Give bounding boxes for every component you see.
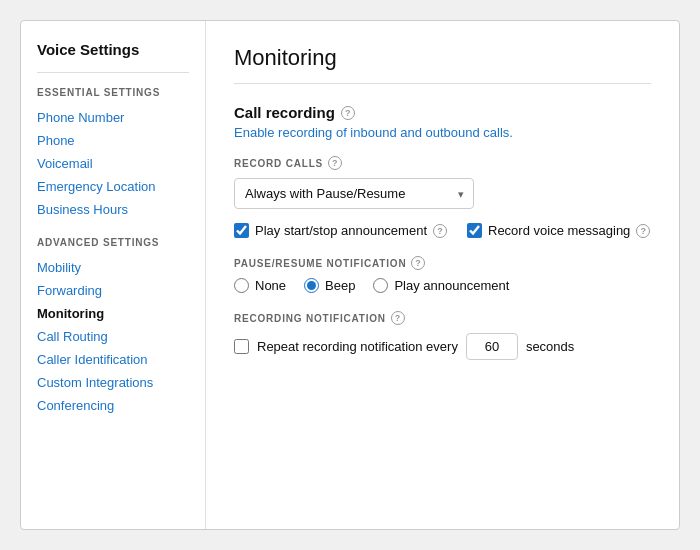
record-calls-select-wrapper: Always with Pause/Resume Always On Deman… xyxy=(234,178,474,209)
beep-label: Beep xyxy=(325,278,355,293)
record-voice-checkbox-item[interactable]: Record voice messaging ? xyxy=(467,223,650,238)
seconds-label: seconds xyxy=(526,339,574,354)
play-announcement-checkbox-item[interactable]: Play start/stop announcement ? xyxy=(234,223,447,238)
radio-row: None Beep Play announcement xyxy=(234,278,651,293)
none-radio-item[interactable]: None xyxy=(234,278,286,293)
play-announcement-checkbox[interactable] xyxy=(234,223,249,238)
record-voice-help-icon[interactable]: ? xyxy=(636,224,650,238)
none-label: None xyxy=(255,278,286,293)
main-content: Monitoring Call recording ? Enable recor… xyxy=(206,21,679,529)
play-announcement-label: Play start/stop announcement xyxy=(255,223,427,238)
play-announcement-radio-label: Play announcement xyxy=(394,278,509,293)
record-voice-label: Record voice messaging xyxy=(488,223,630,238)
call-recording-help-icon[interactable]: ? xyxy=(341,106,355,120)
call-recording-subtitle: Enable recording of inbound and outbound… xyxy=(234,125,651,140)
pause-resume-help-icon[interactable]: ? xyxy=(411,256,425,270)
repeat-notification-checkbox[interactable] xyxy=(234,339,249,354)
none-radio[interactable] xyxy=(234,278,249,293)
sidebar-title: Voice Settings xyxy=(37,41,189,58)
advanced-settings-group: Advanced Settings Mobility Forwarding Mo… xyxy=(37,237,189,417)
sidebar-item-voicemail[interactable]: Voicemail xyxy=(37,152,189,175)
sidebar-item-phone[interactable]: Phone xyxy=(37,129,189,152)
sidebar-item-call-routing[interactable]: Call Routing xyxy=(37,325,189,348)
record-calls-help-icon[interactable]: ? xyxy=(328,156,342,170)
recording-notification-row: Repeat recording notification every seco… xyxy=(234,333,651,360)
sidebar-item-business-hours[interactable]: Business Hours xyxy=(37,198,189,221)
checkbox-row: Play start/stop announcement ? Record vo… xyxy=(234,223,651,238)
recording-notification-help-icon[interactable]: ? xyxy=(391,311,405,325)
advanced-settings-label: Advanced Settings xyxy=(37,237,189,248)
app-window: Voice Settings Essential Settings Phone … xyxy=(20,20,680,530)
play-announcement-radio-item[interactable]: Play announcement xyxy=(373,278,509,293)
call-recording-title: Call recording xyxy=(234,104,335,121)
sidebar-item-emergency-location[interactable]: Emergency Location xyxy=(37,175,189,198)
play-announcement-radio[interactable] xyxy=(373,278,388,293)
essential-settings-label: Essential Settings xyxy=(37,87,189,98)
call-recording-heading: Call recording ? xyxy=(234,104,651,121)
notification-seconds-input[interactable] xyxy=(466,333,518,360)
recording-notification-label: Recording Notification ? xyxy=(234,311,651,325)
sidebar-item-monitoring[interactable]: Monitoring xyxy=(37,302,189,325)
main-divider xyxy=(234,83,651,84)
sidebar-item-conferencing[interactable]: Conferencing xyxy=(37,394,189,417)
sidebar-divider xyxy=(37,72,189,73)
pause-resume-label: Pause/Resume Notification ? xyxy=(234,256,651,270)
sidebar-item-caller-identification[interactable]: Caller Identification xyxy=(37,348,189,371)
record-calls-label: Record Calls ? xyxy=(234,156,651,170)
page-title: Monitoring xyxy=(234,45,651,71)
sidebar-item-mobility[interactable]: Mobility xyxy=(37,256,189,279)
sidebar-item-forwarding[interactable]: Forwarding xyxy=(37,279,189,302)
sidebar-item-phone-number[interactable]: Phone Number xyxy=(37,106,189,129)
essential-settings-group: Essential Settings Phone Number Phone Vo… xyxy=(37,87,189,221)
play-announcement-help-icon[interactable]: ? xyxy=(433,224,447,238)
beep-radio[interactable] xyxy=(304,278,319,293)
record-voice-checkbox[interactable] xyxy=(467,223,482,238)
record-calls-select[interactable]: Always with Pause/Resume Always On Deman… xyxy=(234,178,474,209)
beep-radio-item[interactable]: Beep xyxy=(304,278,355,293)
sidebar: Voice Settings Essential Settings Phone … xyxy=(21,21,206,529)
sidebar-item-custom-integrations[interactable]: Custom Integrations xyxy=(37,371,189,394)
repeat-label: Repeat recording notification every xyxy=(257,339,458,354)
